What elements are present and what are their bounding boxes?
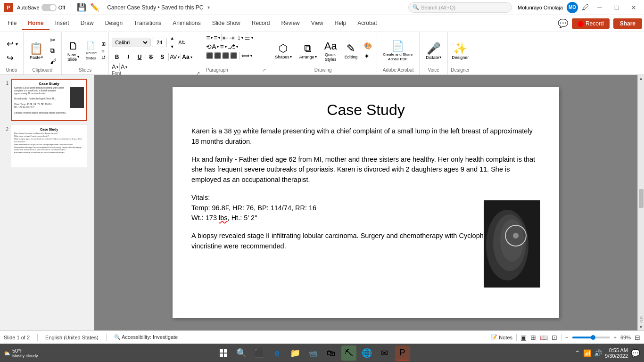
- mc-launcher-icon[interactable]: ⛏: [341, 346, 356, 361]
- italic-button[interactable]: I: [123, 52, 133, 62]
- text-highlight-button[interactable]: A: [121, 64, 124, 70]
- font-color-button[interactable]: A: [112, 64, 116, 70]
- search-taskbar-button[interactable]: 🔍: [234, 346, 249, 361]
- presenter-view-button[interactable]: ⊡: [552, 334, 557, 341]
- tab-review[interactable]: Review: [275, 17, 305, 30]
- scroll-btn-up2[interactable]: △: [640, 315, 643, 319]
- slide-sorter-button[interactable]: ⊞: [530, 334, 536, 341]
- fit-slide-button[interactable]: ⊟: [635, 334, 640, 341]
- undo-button[interactable]: ↩: [6, 38, 15, 50]
- indent-decrease-button[interactable]: ⇤: [223, 34, 228, 41]
- vertical-scrollbar[interactable]: ▲ △ ▽ ▼: [637, 75, 644, 330]
- tab-draw[interactable]: Draw: [75, 17, 99, 30]
- zoom-out-button[interactable]: −: [565, 335, 568, 340]
- share-button[interactable]: Share: [613, 18, 642, 29]
- tab-record[interactable]: Record: [246, 17, 276, 30]
- shadow-button[interactable]: S: [157, 52, 167, 62]
- slide-thumb-1[interactable]: 1 Case Study Karen is a 38 yo white fema…: [2, 79, 92, 121]
- zoom-slider[interactable]: [572, 337, 610, 338]
- copy-button[interactable]: ⧉: [48, 46, 58, 56]
- dropdown-arrow[interactable]: ▾: [207, 5, 210, 10]
- scroll-up-button[interactable]: ▲: [638, 75, 644, 82]
- accessibility-status[interactable]: 🔍 Accessibility: Investigate: [114, 334, 178, 340]
- text-direction-button[interactable]: ⟲A: [206, 43, 216, 50]
- scroll-btn-down2[interactable]: ▽: [640, 319, 643, 323]
- justify-button[interactable]: ⬛: [230, 52, 237, 59]
- redo-button[interactable]: ↪: [6, 52, 18, 64]
- align-text-button[interactable]: ≡: [220, 43, 223, 50]
- store-icon[interactable]: 🛍: [323, 346, 339, 361]
- outlook-icon[interactable]: ✉: [377, 346, 392, 361]
- clear-formatting-button[interactable]: A↻: [178, 40, 186, 46]
- font-size-input[interactable]: [152, 38, 167, 47]
- undo-dropdown[interactable]: ▾: [16, 41, 18, 47]
- scroll-down-button[interactable]: ▼: [638, 323, 644, 330]
- maximize-button[interactable]: □: [610, 1, 623, 14]
- tab-help[interactable]: Help: [329, 17, 352, 30]
- dictate-button[interactable]: 🎤 Dictate▾: [422, 34, 445, 67]
- quick-styles-button[interactable]: Aa QuickStyles: [322, 39, 340, 63]
- indent-increase-button[interactable]: ⇥: [229, 34, 235, 41]
- network-icon[interactable]: 📶: [583, 349, 591, 357]
- bold-button[interactable]: B: [112, 52, 122, 62]
- record-button[interactable]: ⬤ Record: [572, 18, 610, 29]
- tab-acrobat[interactable]: Acrobat: [352, 17, 382, 30]
- numbering-button[interactable]: ≡: [214, 34, 217, 41]
- layout-icon[interactable]: ⊞: [101, 41, 106, 47]
- pen-ink-icon[interactable]: 🖊: [582, 3, 589, 12]
- font-decrease-button[interactable]: ▼: [168, 42, 176, 51]
- editing-button[interactable]: ✎ Editing: [342, 41, 361, 60]
- section-icon[interactable]: ≡: [101, 48, 106, 54]
- task-view-button[interactable]: ⬛: [252, 346, 267, 361]
- arrange-button[interactable]: ⧉ Arrange▾: [297, 41, 320, 60]
- new-slide-button[interactable]: 🗋 NewSlide▾: [65, 39, 82, 63]
- start-button[interactable]: [216, 346, 231, 361]
- tab-view[interactable]: View: [305, 17, 329, 30]
- slide-thumb-2[interactable]: 2 Case Study Does Karen have any risk fa…: [2, 125, 92, 167]
- smartart-button[interactable]: ⎇: [228, 43, 235, 50]
- minimize-button[interactable]: ─: [593, 1, 606, 14]
- search-box[interactable]: 🔍 Search (Alt+Q): [408, 2, 512, 13]
- teams-icon[interactable]: 📹: [305, 346, 321, 361]
- reuse-slides-button[interactable]: 📄 ReuseSlides: [84, 40, 99, 61]
- slide-canvas[interactable]: Case Study Karen is a 38 yo white female…: [173, 87, 559, 318]
- change-case-button[interactable]: Aa: [182, 54, 189, 60]
- save-icon[interactable]: 💾: [77, 3, 86, 12]
- align-left-button[interactable]: ⬛: [206, 52, 213, 59]
- comments-icon[interactable]: 💬: [558, 18, 568, 29]
- align-center-button[interactable]: ⬛: [214, 52, 221, 59]
- edge-icon[interactable]: e: [270, 346, 285, 361]
- reset-icon[interactable]: ↺: [101, 55, 106, 61]
- edge-taskbar-icon[interactable]: 🌐: [359, 346, 374, 361]
- bullets-button[interactable]: ≡: [206, 34, 210, 41]
- tab-animations[interactable]: Animations: [167, 17, 206, 30]
- font-name-select[interactable]: Calibri: [112, 38, 149, 47]
- slide-image-2[interactable]: Case Study Does Karen have any risk fact…: [11, 125, 87, 167]
- underline-button[interactable]: U: [134, 52, 145, 62]
- align-right-button[interactable]: ⬛: [222, 52, 229, 59]
- strikethrough-button[interactable]: S: [146, 52, 156, 62]
- char-spacing-button[interactable]: AV: [170, 54, 177, 60]
- line-spacing-button[interactable]: ↕: [237, 34, 240, 41]
- autosave-toggle[interactable]: [41, 4, 57, 11]
- pen-icon[interactable]: ✏️: [90, 3, 99, 12]
- tab-transitions[interactable]: Transitions: [128, 17, 167, 30]
- normal-view-button[interactable]: ▣: [520, 334, 527, 341]
- designer-panel-button[interactable]: ✨ Designer: [451, 34, 470, 67]
- scroll-thumb[interactable]: [639, 189, 644, 208]
- fill-color-button[interactable]: 🎨: [362, 41, 374, 50]
- powerpoint-taskbar-icon[interactable]: P: [395, 346, 410, 361]
- reading-view-button[interactable]: 📖: [540, 334, 548, 341]
- volume-icon[interactable]: 🔊: [594, 349, 602, 357]
- create-pdf-button[interactable]: 📄 Create and ShareAdobe PDF: [380, 39, 415, 62]
- notification-button[interactable]: 💬: [631, 349, 640, 358]
- notes-button[interactable]: 📝 Notes: [491, 334, 512, 340]
- zoom-in-button[interactable]: +: [614, 335, 617, 340]
- shape-effects-button[interactable]: ✦: [362, 51, 374, 61]
- tab-slideshow[interactable]: Slide Show: [206, 17, 246, 30]
- tab-file[interactable]: File: [2, 17, 22, 30]
- font-increase-button[interactable]: ▲: [168, 34, 176, 42]
- tab-design[interactable]: Design: [99, 17, 128, 30]
- file-explorer-icon[interactable]: 📁: [288, 346, 303, 361]
- close-button[interactable]: ✕: [627, 1, 640, 14]
